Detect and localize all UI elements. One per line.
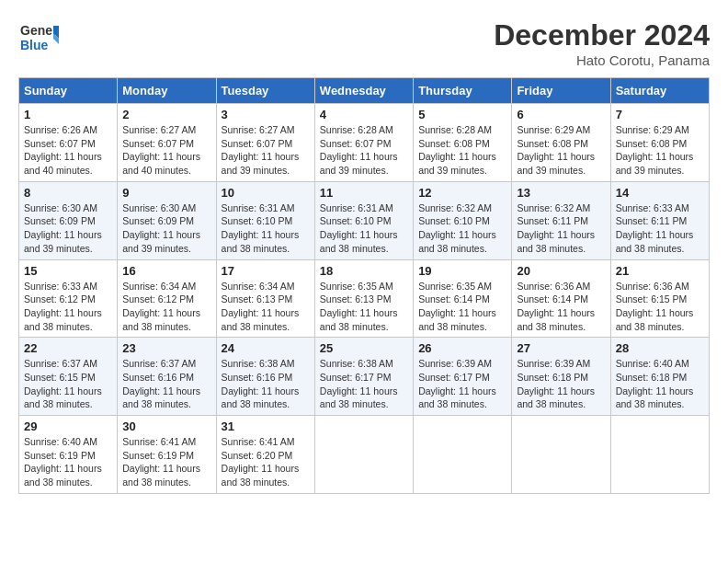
table-row: 28 Sunrise: 6:40 AM Sunset: 6:18 PM Dayl…	[610, 338, 709, 416]
location: Hato Corotu, Panama	[494, 52, 710, 68]
calendar-week-row: 1 Sunrise: 6:26 AM Sunset: 6:07 PM Dayli…	[19, 104, 710, 182]
table-row: 4 Sunrise: 6:28 AM Sunset: 6:07 PM Dayli…	[314, 104, 413, 182]
table-row: 11 Sunrise: 6:31 AM Sunset: 6:10 PM Dayl…	[314, 181, 413, 259]
day-detail: Sunrise: 6:32 AM Sunset: 6:11 PM Dayligh…	[517, 201, 605, 256]
table-row: 17 Sunrise: 6:34 AM Sunset: 6:13 PM Dayl…	[216, 259, 314, 338]
day-detail: Sunrise: 6:29 AM Sunset: 6:08 PM Dayligh…	[517, 123, 605, 178]
table-row: 22 Sunrise: 6:37 AM Sunset: 6:15 PM Dayl…	[19, 338, 118, 416]
table-row: 15 Sunrise: 6:33 AM Sunset: 6:12 PM Dayl…	[19, 259, 118, 338]
day-number: 21	[616, 264, 704, 278]
table-row: 10 Sunrise: 6:31 AM Sunset: 6:10 PM Dayl…	[216, 181, 314, 259]
day-detail: Sunrise: 6:34 AM Sunset: 6:12 PM Dayligh…	[122, 280, 210, 334]
day-detail: Sunrise: 6:37 AM Sunset: 6:16 PM Dayligh…	[122, 357, 210, 411]
day-detail: Sunrise: 6:39 AM Sunset: 6:17 PM Dayligh…	[418, 357, 506, 411]
day-number: 3	[222, 108, 310, 121]
day-detail: Sunrise: 6:26 AM Sunset: 6:07 PM Dayligh…	[24, 123, 112, 178]
day-detail: Sunrise: 6:35 AM Sunset: 6:13 PM Dayligh…	[320, 280, 408, 334]
table-row: 1 Sunrise: 6:26 AM Sunset: 6:07 PM Dayli…	[19, 104, 118, 182]
day-number: 28	[616, 341, 704, 355]
day-detail: Sunrise: 6:38 AM Sunset: 6:16 PM Dayligh…	[222, 357, 310, 411]
day-detail: Sunrise: 6:28 AM Sunset: 6:07 PM Dayligh…	[320, 123, 408, 178]
svg-text:Blue: Blue	[20, 38, 49, 52]
day-number: 6	[517, 108, 605, 121]
day-number: 7	[616, 108, 704, 121]
table-row: 26 Sunrise: 6:39 AM Sunset: 6:17 PM Dayl…	[414, 338, 512, 416]
table-row: 25 Sunrise: 6:38 AM Sunset: 6:17 PM Dayl…	[314, 338, 413, 416]
day-detail: Sunrise: 6:37 AM Sunset: 6:15 PM Dayligh…	[24, 357, 112, 411]
day-number: 17	[222, 264, 310, 278]
day-detail: Sunrise: 6:40 AM Sunset: 6:18 PM Dayligh…	[616, 357, 704, 411]
table-row: 2 Sunrise: 6:27 AM Sunset: 6:07 PM Dayli…	[118, 104, 216, 182]
day-number: 11	[320, 186, 408, 200]
col-tuesday: Tuesday	[216, 78, 314, 104]
day-detail: Sunrise: 6:36 AM Sunset: 6:14 PM Dayligh…	[517, 280, 605, 334]
month-title: December 2024	[494, 18, 710, 52]
table-row	[610, 416, 709, 494]
day-detail: Sunrise: 6:36 AM Sunset: 6:15 PM Dayligh…	[616, 280, 704, 334]
table-row: 20 Sunrise: 6:36 AM Sunset: 6:14 PM Dayl…	[512, 259, 610, 338]
calendar-week-row: 8 Sunrise: 6:30 AM Sunset: 6:09 PM Dayli…	[19, 181, 710, 259]
day-number: 24	[222, 341, 310, 355]
col-sunday: Sunday	[19, 78, 118, 104]
svg-text:General: General	[20, 23, 59, 38]
day-number: 31	[222, 419, 310, 433]
calendar-week-row: 22 Sunrise: 6:37 AM Sunset: 6:15 PM Dayl…	[19, 338, 710, 416]
day-number: 19	[418, 264, 506, 278]
day-number: 30	[122, 419, 210, 433]
day-number: 23	[122, 341, 210, 355]
day-number: 9	[122, 186, 210, 200]
day-detail: Sunrise: 6:30 AM Sunset: 6:09 PM Dayligh…	[122, 201, 210, 256]
day-detail: Sunrise: 6:39 AM Sunset: 6:18 PM Dayligh…	[517, 357, 605, 411]
day-detail: Sunrise: 6:28 AM Sunset: 6:08 PM Dayligh…	[418, 123, 506, 178]
table-row: 16 Sunrise: 6:34 AM Sunset: 6:12 PM Dayl…	[118, 259, 216, 338]
table-row: 30 Sunrise: 6:41 AM Sunset: 6:19 PM Dayl…	[118, 416, 216, 494]
day-number: 26	[418, 341, 506, 355]
day-detail: Sunrise: 6:40 AM Sunset: 6:19 PM Dayligh…	[24, 435, 112, 489]
table-row: 9 Sunrise: 6:30 AM Sunset: 6:09 PM Dayli…	[118, 181, 216, 259]
table-row	[314, 416, 413, 494]
table-row: 23 Sunrise: 6:37 AM Sunset: 6:16 PM Dayl…	[118, 338, 216, 416]
table-row: 19 Sunrise: 6:35 AM Sunset: 6:14 PM Dayl…	[414, 259, 512, 338]
day-detail: Sunrise: 6:41 AM Sunset: 6:20 PM Dayligh…	[222, 435, 310, 489]
day-detail: Sunrise: 6:30 AM Sunset: 6:09 PM Dayligh…	[24, 201, 112, 256]
day-number: 5	[418, 108, 506, 121]
table-row: 7 Sunrise: 6:29 AM Sunset: 6:08 PM Dayli…	[610, 104, 709, 182]
col-friday: Friday	[512, 78, 610, 104]
table-row: 21 Sunrise: 6:36 AM Sunset: 6:15 PM Dayl…	[610, 259, 709, 338]
day-detail: Sunrise: 6:31 AM Sunset: 6:10 PM Dayligh…	[222, 201, 310, 256]
table-row: 18 Sunrise: 6:35 AM Sunset: 6:13 PM Dayl…	[314, 259, 413, 338]
day-detail: Sunrise: 6:35 AM Sunset: 6:14 PM Dayligh…	[418, 280, 506, 334]
day-detail: Sunrise: 6:31 AM Sunset: 6:10 PM Dayligh…	[320, 201, 408, 256]
day-number: 4	[320, 108, 408, 121]
day-number: 8	[24, 186, 112, 200]
table-row: 5 Sunrise: 6:28 AM Sunset: 6:08 PM Dayli…	[414, 104, 512, 182]
day-detail: Sunrise: 6:32 AM Sunset: 6:10 PM Dayligh…	[418, 201, 506, 256]
col-saturday: Saturday	[610, 78, 709, 104]
day-detail: Sunrise: 6:33 AM Sunset: 6:11 PM Dayligh…	[616, 201, 704, 256]
day-number: 1	[24, 108, 112, 121]
table-row: 13 Sunrise: 6:32 AM Sunset: 6:11 PM Dayl…	[512, 181, 610, 259]
table-row: 31 Sunrise: 6:41 AM Sunset: 6:20 PM Dayl…	[216, 416, 314, 494]
table-row: 6 Sunrise: 6:29 AM Sunset: 6:08 PM Dayli…	[512, 104, 610, 182]
day-detail: Sunrise: 6:34 AM Sunset: 6:13 PM Dayligh…	[222, 280, 310, 334]
title-block: December 2024 Hato Corotu, Panama	[494, 18, 710, 68]
col-thursday: Thursday	[414, 78, 512, 104]
day-number: 15	[24, 264, 112, 278]
table-row: 12 Sunrise: 6:32 AM Sunset: 6:10 PM Dayl…	[414, 181, 512, 259]
day-number: 10	[222, 186, 310, 200]
day-detail: Sunrise: 6:27 AM Sunset: 6:07 PM Dayligh…	[222, 123, 310, 178]
day-number: 14	[616, 186, 704, 200]
day-number: 25	[320, 341, 408, 355]
col-wednesday: Wednesday	[314, 78, 413, 104]
table-row: 27 Sunrise: 6:39 AM Sunset: 6:18 PM Dayl…	[512, 338, 610, 416]
table-row: 8 Sunrise: 6:30 AM Sunset: 6:09 PM Dayli…	[19, 181, 118, 259]
day-number: 16	[122, 264, 210, 278]
day-number: 2	[122, 108, 210, 121]
calendar-week-row: 15 Sunrise: 6:33 AM Sunset: 6:12 PM Dayl…	[19, 259, 710, 338]
logo-icon: General Blue	[18, 18, 59, 59]
day-detail: Sunrise: 6:29 AM Sunset: 6:08 PM Dayligh…	[616, 123, 704, 178]
page-header: General Blue December 2024 Hato Corotu, …	[18, 18, 710, 68]
logo: General Blue	[18, 18, 59, 59]
day-detail: Sunrise: 6:33 AM Sunset: 6:12 PM Dayligh…	[24, 280, 112, 334]
day-detail: Sunrise: 6:41 AM Sunset: 6:19 PM Dayligh…	[122, 435, 210, 489]
